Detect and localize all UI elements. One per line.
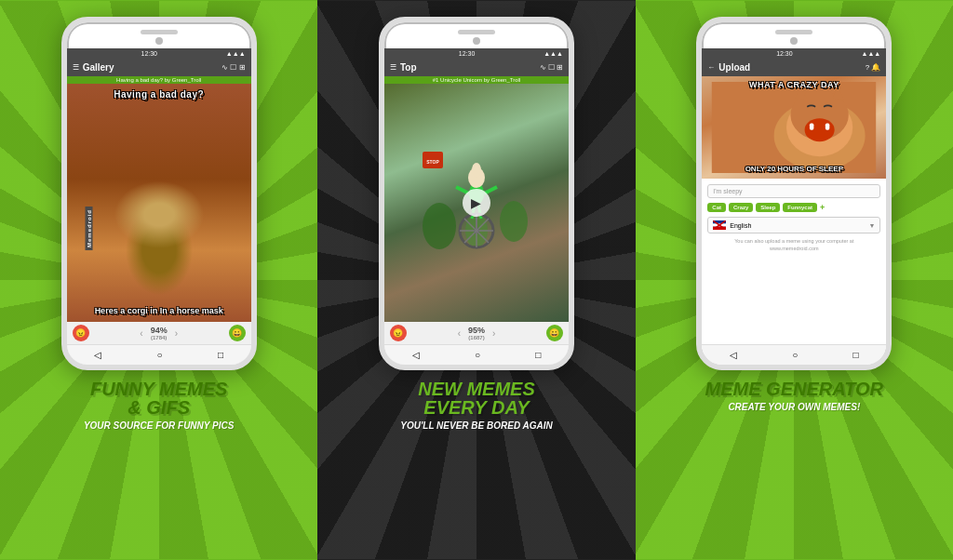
panel-left: 12:30 ▲▲▲ ☰ Gallery ∿ ☐ ⊞ Having a bad d… (0, 0, 317, 560)
panel-right: 12:30 ▲▲▲ ← Upload ? 🔔 (636, 0, 953, 560)
language-row[interactable]: English ▼ (707, 217, 880, 233)
phone-speaker-right (775, 30, 812, 34)
panel-center: 12:30 ▲▲▲ ☰ Top ∿ ☐ ⊞ #1 Unicycle Unicor… (317, 0, 635, 560)
svg-point-7 (472, 163, 481, 178)
toolbar-title-center: Top (400, 62, 536, 73)
arrow-left-left[interactable]: ‹ (140, 328, 142, 339)
tag-cat[interactable]: Cat (707, 203, 726, 212)
toolbar-title-right: Upload (718, 62, 861, 73)
phone-camera-center (473, 37, 480, 45)
caption-area-center: NEW MEMES EVERY DAY YOU'LL NEVER BE BORE… (393, 380, 560, 431)
vote-down-left[interactable]: 😠 (73, 325, 89, 341)
statusbar-center-time: 12:30 (459, 50, 476, 57)
meme-bg-left: Having a bad day? Heres a corgi in In a … (67, 84, 251, 322)
navbar-right: ◁ ○ □ (702, 344, 886, 365)
phone-center: 12:30 ▲▲▲ ☰ Top ∿ ☐ ⊞ #1 Unicycle Unicor… (379, 17, 574, 370)
home-btn-center[interactable]: ○ (475, 350, 480, 360)
back-btn-center[interactable]: ◁ (412, 350, 420, 360)
phone-left: 12:30 ▲▲▲ ☰ Gallery ∿ ☐ ⊞ Having a bad d… (61, 17, 257, 370)
caption-area-right: MEME GENERATOR CREATE YOUR OWN MEMES! (698, 380, 892, 412)
arrow-right-center[interactable]: › (492, 328, 495, 339)
home-btn-left[interactable]: ○ (157, 350, 163, 360)
vote-count-left: (1784) (151, 335, 168, 340)
upload-form: I'm sleepy Cat Crazy Sleep Funnycat + (702, 179, 886, 344)
phone-screen-right: 12:30 ▲▲▲ ← Upload ? 🔔 (702, 48, 886, 365)
statusbar-left: 12:30 ▲▲▲ (67, 48, 251, 59)
play-button-center[interactable]: ▶ (463, 189, 490, 217)
subtitle-left: Having a bad day? by Green_Troll (67, 76, 251, 84)
toolbar-right: ← Upload ? 🔔 (702, 59, 886, 76)
flag-icon (713, 220, 726, 230)
upload-input[interactable]: I'm sleepy (707, 184, 880, 198)
arrow-left-center[interactable]: ‹ (458, 328, 461, 339)
toolbar-title-left: Gallery (83, 62, 219, 73)
vote-info-center: 95% (1687) (468, 326, 485, 340)
phone-right: 12:30 ▲▲▲ ← Upload ? 🔔 (696, 17, 892, 370)
meme-image-center: STOP (384, 84, 569, 322)
caption-sub-center: YOU'LL NEVER BE BORED AGAIN (400, 420, 553, 431)
toolbar-left: ☰ Gallery ∿ ☐ ⊞ (67, 59, 251, 76)
navbar-left: ◁ ○ □ (67, 344, 251, 365)
statusbar-left-icons: ▲▲▲ (226, 50, 246, 57)
vote-percent-left: 94% (151, 326, 168, 335)
statusbar-right: 12:30 ▲▲▲ (702, 48, 886, 59)
phone-screen-center: 12:30 ▲▲▲ ☰ Top ∿ ☐ ⊞ #1 Unicycle Unicor… (384, 48, 569, 365)
menu-icon-center[interactable]: ☰ (390, 63, 396, 72)
back-icon-right[interactable]: ← (707, 63, 715, 72)
menu-icon-left[interactable]: ☰ (73, 63, 79, 72)
phone-speaker-center (458, 30, 495, 34)
caption-main-right: MEME GENERATOR (705, 380, 884, 398)
vote-bar-left: 😠 ‹ 94% (1784) › 😀 (67, 322, 251, 344)
meme-text-top-left: Having a bad day? (73, 89, 246, 100)
statusbar-right-time: 12:30 (776, 50, 793, 57)
caption-area-left: FUNNY MEMES & GIFS YOUR SOURCE FOR FUNNY… (76, 380, 242, 431)
vote-down-center[interactable]: 😠 (390, 325, 407, 341)
meme-text-top-right: WHAT A CRAZY DAY (706, 81, 881, 90)
caption-main-left: FUNNY MEMES & GIFS (84, 380, 235, 417)
svg-text:STOP: STOP (426, 159, 439, 165)
tag-funnycat[interactable]: Funnycat (783, 203, 817, 212)
toolbar-center: ☰ Top ∿ ☐ ⊞ (384, 59, 569, 76)
meme-text-bottom-left: Heres a corgi in In a horse mask (73, 307, 246, 316)
back-btn-left[interactable]: ◁ (94, 350, 101, 360)
vote-bar-center: 😠 ‹ 95% (1687) › 😀 (384, 322, 569, 344)
arrow-right-left[interactable]: › (175, 328, 178, 339)
svg-point-1 (500, 201, 528, 242)
tags-row: Cat Crazy Sleep Funnycat + (707, 203, 880, 212)
phone-speaker-left (141, 30, 178, 34)
tag-crazy[interactable]: Crazy (729, 203, 753, 212)
toolbar-icons-right[interactable]: ? 🔔 (866, 63, 881, 72)
vote-count-center: (1687) (468, 335, 485, 340)
vote-up-left[interactable]: 😀 (229, 325, 246, 341)
meme-area-center: STOP (384, 84, 569, 322)
back-btn-right[interactable]: ◁ (730, 350, 737, 360)
vote-info-left: 94% (1784) (151, 326, 168, 340)
recent-btn-center[interactable]: □ (535, 350, 541, 360)
meme-image-right: WHAT A CRAZY DAY ONLY 20 HOURS OF SLEEP (702, 76, 886, 179)
statusbar-right-icons: ▲▲▲ (862, 50, 881, 57)
svg-point-0 (423, 203, 456, 249)
vote-percent-center: 95% (468, 326, 485, 335)
upload-note: You can also upload a meme using your co… (707, 238, 880, 252)
statusbar-left-time: 12:30 (141, 50, 157, 57)
phone-camera-left (155, 37, 163, 45)
upload-screen: WHAT A CRAZY DAY ONLY 20 HOURS OF SLEEP … (702, 76, 886, 365)
language-label: English (730, 222, 865, 229)
home-btn-right[interactable]: ○ (792, 350, 798, 360)
phone-camera-right (790, 37, 798, 45)
tag-sleep[interactable]: Sleep (756, 203, 780, 212)
add-tag-button[interactable]: + (820, 203, 825, 212)
toolbar-icons-left[interactable]: ∿ ☐ ⊞ (221, 63, 245, 72)
navbar-center: ◁ ○ □ (384, 344, 569, 365)
recent-btn-right[interactable]: □ (853, 350, 859, 360)
dropdown-icon[interactable]: ▼ (868, 222, 875, 229)
statusbar-center-icons: ▲▲▲ (544, 50, 563, 57)
caption-sub-left: YOUR SOURCE FOR FUNNY PICS (84, 420, 235, 431)
subtitle-center: #1 Unicycle Unicorn by Green_Troll (384, 76, 569, 84)
meme-area-left: Having a bad day? Heres a corgi in In a … (67, 84, 251, 322)
recent-btn-left[interactable]: □ (218, 350, 223, 360)
caption-sub-right: CREATE YOUR OWN MEMES! (705, 402, 884, 412)
toolbar-icons-center[interactable]: ∿ ☐ ⊞ (540, 63, 563, 72)
vote-up-center[interactable]: 😀 (546, 325, 563, 341)
statusbar-center: 12:30 ▲▲▲ (384, 48, 569, 59)
